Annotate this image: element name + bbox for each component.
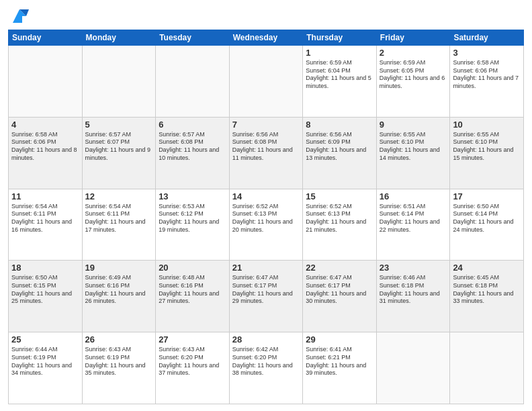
week-row-5: 25Sunrise: 6:44 AM Sunset: 6:19 PM Dayli… bbox=[9, 332, 524, 404]
day-cell: 19Sunrise: 6:49 AM Sunset: 6:16 PM Dayli… bbox=[82, 261, 156, 332]
day-cell bbox=[376, 332, 450, 404]
week-row-2: 4Sunrise: 6:58 AM Sunset: 6:06 PM Daylig… bbox=[9, 117, 524, 189]
header bbox=[8, 7, 524, 26]
day-info: Sunrise: 6:59 AM Sunset: 6:04 PM Dayligh… bbox=[306, 59, 373, 91]
day-cell: 13Sunrise: 6:53 AM Sunset: 6:12 PM Dayli… bbox=[156, 189, 230, 261]
day-cell: 3Sunrise: 6:58 AM Sunset: 6:06 PM Daylig… bbox=[450, 46, 524, 118]
day-info: Sunrise: 6:58 AM Sunset: 6:06 PM Dayligh… bbox=[11, 131, 79, 163]
day-info: Sunrise: 6:48 AM Sunset: 6:16 PM Dayligh… bbox=[159, 274, 226, 306]
day-cell bbox=[450, 332, 524, 404]
day-number: 25 bbox=[11, 334, 79, 345]
weekday-header-row: SundayMondayTuesdayWednesdayThursdayFrid… bbox=[9, 30, 524, 46]
day-number: 7 bbox=[232, 120, 300, 130]
weekday-header-thursday: Thursday bbox=[303, 30, 377, 46]
week-row-1: 1Sunrise: 6:59 AM Sunset: 6:04 PM Daylig… bbox=[9, 46, 524, 118]
day-number: 22 bbox=[306, 263, 373, 273]
day-cell: 20Sunrise: 6:48 AM Sunset: 6:16 PM Dayli… bbox=[156, 261, 230, 332]
day-number: 27 bbox=[159, 334, 226, 345]
day-info: Sunrise: 6:57 AM Sunset: 6:07 PM Dayligh… bbox=[85, 131, 153, 163]
day-cell: 25Sunrise: 6:44 AM Sunset: 6:19 PM Dayli… bbox=[9, 332, 83, 404]
day-number: 4 bbox=[11, 120, 79, 130]
day-cell: 1Sunrise: 6:59 AM Sunset: 6:04 PM Daylig… bbox=[303, 46, 377, 118]
day-cell: 8Sunrise: 6:56 AM Sunset: 6:09 PM Daylig… bbox=[303, 117, 377, 189]
day-cell: 16Sunrise: 6:51 AM Sunset: 6:14 PM Dayli… bbox=[376, 189, 450, 261]
weekday-header-monday: Monday bbox=[82, 30, 156, 46]
day-info: Sunrise: 6:44 AM Sunset: 6:19 PM Dayligh… bbox=[11, 346, 79, 377]
day-number: 5 bbox=[85, 120, 153, 130]
day-info: Sunrise: 6:57 AM Sunset: 6:08 PM Dayligh… bbox=[159, 131, 226, 163]
day-number: 18 bbox=[11, 263, 79, 273]
day-number: 16 bbox=[380, 191, 447, 201]
day-cell: 21Sunrise: 6:47 AM Sunset: 6:17 PM Dayli… bbox=[229, 261, 303, 332]
day-cell: 15Sunrise: 6:52 AM Sunset: 6:13 PM Dayli… bbox=[303, 189, 377, 261]
day-info: Sunrise: 6:45 AM Sunset: 6:18 PM Dayligh… bbox=[453, 274, 521, 306]
day-info: Sunrise: 6:52 AM Sunset: 6:13 PM Dayligh… bbox=[232, 203, 300, 234]
day-info: Sunrise: 6:46 AM Sunset: 6:18 PM Dayligh… bbox=[380, 274, 447, 306]
day-number: 2 bbox=[380, 48, 447, 58]
day-info: Sunrise: 6:43 AM Sunset: 6:20 PM Dayligh… bbox=[159, 346, 226, 377]
day-number: 15 bbox=[306, 191, 373, 201]
day-number: 6 bbox=[159, 120, 226, 130]
page: SundayMondayTuesdayWednesdayThursdayFrid… bbox=[0, 0, 532, 411]
day-cell: 22Sunrise: 6:47 AM Sunset: 6:17 PM Dayli… bbox=[303, 261, 377, 332]
day-cell: 18Sunrise: 6:50 AM Sunset: 6:15 PM Dayli… bbox=[9, 261, 83, 332]
day-cell: 12Sunrise: 6:54 AM Sunset: 6:11 PM Dayli… bbox=[82, 189, 156, 261]
day-info: Sunrise: 6:52 AM Sunset: 6:13 PM Dayligh… bbox=[306, 203, 373, 234]
day-cell: 10Sunrise: 6:55 AM Sunset: 6:10 PM Dayli… bbox=[450, 117, 524, 189]
day-number: 14 bbox=[232, 191, 300, 201]
weekday-header-friday: Friday bbox=[376, 30, 450, 46]
weekday-header-tuesday: Tuesday bbox=[156, 30, 230, 46]
day-cell: 6Sunrise: 6:57 AM Sunset: 6:08 PM Daylig… bbox=[156, 117, 230, 189]
day-info: Sunrise: 6:41 AM Sunset: 6:21 PM Dayligh… bbox=[306, 346, 373, 377]
weekday-header-sunday: Sunday bbox=[9, 30, 83, 46]
day-number: 26 bbox=[85, 334, 153, 345]
day-cell: 11Sunrise: 6:54 AM Sunset: 6:11 PM Dayli… bbox=[9, 189, 83, 261]
day-number: 8 bbox=[306, 120, 373, 130]
day-number: 13 bbox=[159, 191, 226, 201]
day-info: Sunrise: 6:47 AM Sunset: 6:17 PM Dayligh… bbox=[232, 274, 300, 306]
day-cell: 26Sunrise: 6:43 AM Sunset: 6:19 PM Dayli… bbox=[82, 332, 156, 404]
week-row-4: 18Sunrise: 6:50 AM Sunset: 6:15 PM Dayli… bbox=[9, 261, 524, 332]
day-cell: 28Sunrise: 6:42 AM Sunset: 6:20 PM Dayli… bbox=[229, 332, 303, 404]
day-info: Sunrise: 6:42 AM Sunset: 6:20 PM Dayligh… bbox=[232, 346, 300, 377]
day-number: 23 bbox=[380, 263, 447, 273]
logo-icon bbox=[10, 7, 29, 26]
day-info: Sunrise: 6:43 AM Sunset: 6:19 PM Dayligh… bbox=[85, 346, 153, 377]
day-info: Sunrise: 6:56 AM Sunset: 6:08 PM Dayligh… bbox=[232, 131, 300, 163]
day-info: Sunrise: 6:54 AM Sunset: 6:11 PM Dayligh… bbox=[11, 203, 79, 234]
weekday-header-saturday: Saturday bbox=[450, 30, 524, 46]
day-info: Sunrise: 6:53 AM Sunset: 6:12 PM Dayligh… bbox=[159, 203, 226, 234]
day-number: 28 bbox=[232, 334, 300, 345]
day-number: 10 bbox=[453, 120, 521, 130]
day-cell: 27Sunrise: 6:43 AM Sunset: 6:20 PM Dayli… bbox=[156, 332, 230, 404]
day-number: 19 bbox=[85, 263, 153, 273]
day-number: 1 bbox=[306, 48, 373, 58]
day-number: 9 bbox=[380, 120, 447, 130]
day-number: 12 bbox=[85, 191, 153, 201]
day-cell: 29Sunrise: 6:41 AM Sunset: 6:21 PM Dayli… bbox=[303, 332, 377, 404]
day-cell: 23Sunrise: 6:46 AM Sunset: 6:18 PM Dayli… bbox=[376, 261, 450, 332]
day-number: 17 bbox=[453, 191, 521, 201]
day-info: Sunrise: 6:54 AM Sunset: 6:11 PM Dayligh… bbox=[85, 203, 153, 234]
day-cell bbox=[9, 46, 83, 118]
day-info: Sunrise: 6:55 AM Sunset: 6:10 PM Dayligh… bbox=[453, 131, 521, 163]
day-cell: 9Sunrise: 6:55 AM Sunset: 6:10 PM Daylig… bbox=[376, 117, 450, 189]
weekday-header-wednesday: Wednesday bbox=[229, 30, 303, 46]
day-cell bbox=[82, 46, 156, 118]
day-info: Sunrise: 6:55 AM Sunset: 6:10 PM Dayligh… bbox=[380, 131, 447, 163]
day-info: Sunrise: 6:50 AM Sunset: 6:14 PM Dayligh… bbox=[453, 203, 521, 234]
week-row-3: 11Sunrise: 6:54 AM Sunset: 6:11 PM Dayli… bbox=[9, 189, 524, 261]
day-cell: 4Sunrise: 6:58 AM Sunset: 6:06 PM Daylig… bbox=[9, 117, 83, 189]
day-cell: 2Sunrise: 6:59 AM Sunset: 6:05 PM Daylig… bbox=[376, 46, 450, 118]
day-cell bbox=[229, 46, 303, 118]
day-info: Sunrise: 6:49 AM Sunset: 6:16 PM Dayligh… bbox=[85, 274, 153, 306]
day-cell: 17Sunrise: 6:50 AM Sunset: 6:14 PM Dayli… bbox=[450, 189, 524, 261]
day-cell: 5Sunrise: 6:57 AM Sunset: 6:07 PM Daylig… bbox=[82, 117, 156, 189]
day-info: Sunrise: 6:47 AM Sunset: 6:17 PM Dayligh… bbox=[306, 274, 373, 306]
day-number: 3 bbox=[453, 48, 521, 58]
day-number: 29 bbox=[306, 334, 373, 345]
day-number: 11 bbox=[11, 191, 79, 201]
day-info: Sunrise: 6:56 AM Sunset: 6:09 PM Dayligh… bbox=[306, 131, 373, 163]
logo bbox=[8, 7, 29, 26]
day-info: Sunrise: 6:58 AM Sunset: 6:06 PM Dayligh… bbox=[453, 59, 521, 91]
